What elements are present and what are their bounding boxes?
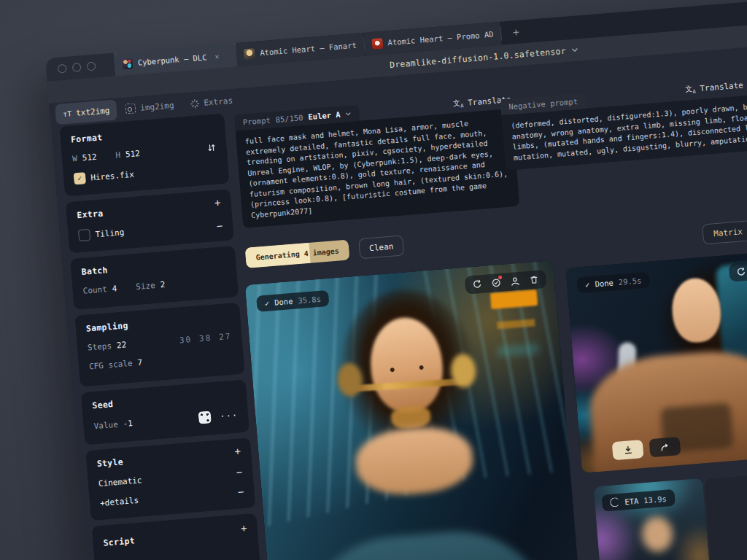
- eta-time: 13.9s: [643, 494, 667, 504]
- tab-label: Extras: [204, 96, 233, 107]
- generated-image-card[interactable]: ✓ Done 29.5s: [565, 251, 747, 473]
- swap-dimensions-icon[interactable]: [206, 143, 217, 153]
- cfg-value[interactable]: 7: [137, 358, 143, 368]
- extra-panel: Extra + − Tiling: [66, 189, 234, 253]
- tab-favicon-cyberpunk: [121, 58, 133, 69]
- tab-label: txt2img: [76, 106, 110, 118]
- status-text: Done: [274, 297, 293, 307]
- panel-title: Script: [103, 526, 247, 548]
- tiling-checkbox[interactable]: [78, 229, 90, 241]
- negative-prompt-card: Negative prompt (deformed, distorted, di…: [500, 77, 747, 171]
- steps-preset[interactable]: 38: [199, 333, 212, 343]
- cfg-label: CFG scale: [89, 359, 133, 372]
- dimensions-row: W 512 H 512: [72, 143, 217, 164]
- steps-row: Steps 22 30 38 27: [88, 332, 232, 353]
- status-text: Done: [595, 279, 614, 289]
- style-item-label: +details: [100, 495, 139, 508]
- random-seed-dice-icon[interactable]: [198, 411, 212, 424]
- panel-title: Seed: [92, 389, 236, 411]
- format-panel: Format W 512 H 512 ✓ Hires.fix: [60, 114, 230, 197]
- regenerate-icon[interactable]: [736, 267, 746, 277]
- txt2img-icon: тT: [63, 109, 72, 118]
- panel-title: Style: [96, 447, 241, 469]
- generating-image-card[interactable]: ETA 13.9s: [594, 478, 717, 560]
- spinner-icon: [610, 497, 620, 508]
- script-panel: Script +: [92, 513, 268, 560]
- prompt-card: Prompt 85/150 Euler A 文A Translate full …: [234, 93, 519, 228]
- count-label: Count: [82, 284, 107, 296]
- tab-img2img[interactable]: img2img: [117, 94, 182, 120]
- app-content: тT txt2img img2img Extras Format W: [49, 31, 747, 560]
- trash-icon[interactable]: [529, 275, 539, 285]
- notification-dot: [498, 276, 502, 279]
- tab-favicon-promo: [371, 37, 383, 49]
- remove-style-button[interactable]: −: [236, 467, 243, 478]
- add-style-button[interactable]: +: [234, 446, 241, 456]
- seed-panel: Seed Value -1 ···: [81, 379, 249, 445]
- cfg-row: CFG scale 7: [89, 351, 233, 372]
- window-minimize-button[interactable]: [72, 63, 82, 72]
- panel-title: Batch: [81, 255, 225, 277]
- height-value[interactable]: 512: [125, 149, 141, 160]
- empty-image-slot: [704, 465, 747, 560]
- hires-checkbox[interactable]: ✓: [74, 172, 86, 184]
- tab-title: Atomic Heart – Promo AD: [387, 30, 494, 47]
- tilted-stage: Cyberpunk – DLC ✕ Atomic Heart – Fanart …: [45, 0, 747, 560]
- matrix-view-button[interactable]: Matrix view: [702, 218, 747, 244]
- tab-label: img2img: [140, 101, 174, 113]
- count-value[interactable]: 4: [112, 284, 117, 293]
- download-icon: [623, 445, 633, 455]
- tiling-label: Tiling: [95, 228, 125, 239]
- size-value[interactable]: 2: [160, 280, 166, 289]
- share-icon: [659, 442, 670, 452]
- share-button[interactable]: [649, 437, 681, 457]
- width-value[interactable]: 512: [82, 152, 97, 163]
- negative-prompt-label: Negative prompt: [508, 97, 578, 112]
- chevron-down-icon: [571, 47, 578, 52]
- download-button[interactable]: [612, 440, 644, 460]
- batch-row: Count 4 Size 2: [82, 275, 227, 296]
- sparkle-icon: [190, 98, 200, 109]
- seed-value[interactable]: -1: [123, 419, 133, 429]
- sampler-name[interactable]: Euler A: [308, 110, 341, 122]
- tab-txt2img[interactable]: тT txt2img: [55, 99, 117, 125]
- add-extra-button[interactable]: +: [214, 197, 222, 208]
- height-label: H: [115, 150, 121, 160]
- steps-preset[interactable]: 30: [179, 335, 192, 345]
- steps-preset[interactable]: 27: [219, 332, 232, 342]
- add-script-button[interactable]: +: [241, 523, 248, 534]
- actions-row: Generating 4 images Clean: [245, 235, 405, 268]
- style-item-row: Cinematic −: [98, 467, 242, 489]
- remove-style-button[interactable]: −: [238, 486, 245, 497]
- panel-title: Format: [70, 123, 214, 145]
- panel-title: Extra: [77, 198, 221, 220]
- check-icon: ✓: [77, 175, 82, 182]
- check-icon: ✓: [264, 298, 269, 307]
- prompt-counter: 85/150: [275, 113, 303, 124]
- tab-title: Cyberpunk – DLC: [137, 52, 206, 67]
- steps-presets: 30 38 27: [179, 332, 232, 346]
- close-icon[interactable]: ✕: [214, 52, 220, 60]
- hires-label: Hires.fix: [90, 169, 134, 182]
- batch-panel: Batch Count 4 Size 2: [70, 246, 239, 310]
- window-zoom-button[interactable]: [87, 62, 96, 71]
- clean-button[interactable]: Clean: [358, 235, 404, 259]
- seed-row: Value -1 ···: [93, 408, 239, 432]
- steps-value[interactable]: 22: [117, 340, 127, 350]
- window-close-button[interactable]: [58, 64, 67, 74]
- desktop-background: Cyberpunk – DLC ✕ Atomic Heart – Fanart …: [0, 0, 747, 560]
- regenerate-icon[interactable]: [472, 279, 482, 289]
- eta-label: ETA: [624, 496, 639, 505]
- generated-image-card[interactable]: ✓ Done 35.8s: [245, 260, 590, 560]
- new-tab-button[interactable]: +: [500, 20, 531, 45]
- history-clock-icon[interactable]: [491, 278, 501, 288]
- seed-more-options[interactable]: ···: [220, 410, 239, 421]
- person-icon[interactable]: [510, 276, 520, 287]
- generating-progress-button[interactable]: Generating 4 images: [245, 239, 350, 268]
- sampling-panel: Sampling Steps 22 30 38 27 CFG scale 7: [74, 303, 244, 387]
- style-panel: Style + Cinematic − +details −: [85, 438, 255, 521]
- generating-label: Generating 4 images: [245, 239, 350, 268]
- main-area: Prompt 85/150 Euler A 文A Translate full …: [229, 31, 747, 560]
- tab-title: Atomic Heart – Fanart: [260, 41, 357, 58]
- remove-extra-button[interactable]: −: [216, 220, 223, 231]
